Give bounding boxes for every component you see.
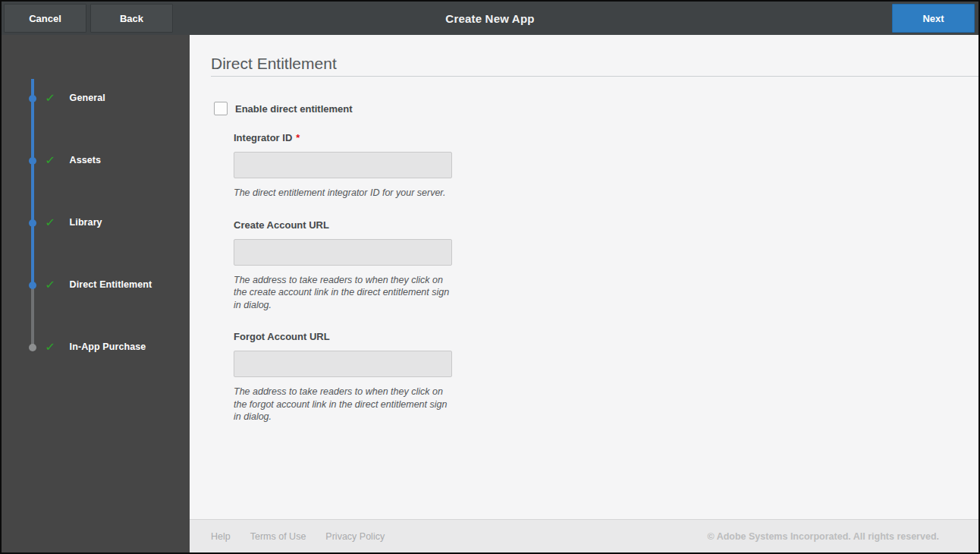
step-dot-direct-entitlement <box>29 282 36 289</box>
wizard-stepper-sidebar: ✓ General ✓ Assets ✓ Library ✓ Direct En… <box>2 35 190 552</box>
check-icon: ✓ <box>45 155 55 165</box>
field-label: Create Account URL <box>234 219 978 231</box>
cancel-button[interactable]: Cancel <box>4 4 86 33</box>
step-dot-general <box>29 95 36 102</box>
form-fields: Integrator ID* The direct entitlement in… <box>234 132 978 423</box>
stepper-rail-completed <box>31 79 34 285</box>
integrator-id-field: Integrator ID* The direct entitlement in… <box>234 132 978 200</box>
checkbox-label: Enable direct entitlement <box>235 103 353 115</box>
sidebar-step-assets[interactable]: ✓ Assets <box>46 155 101 165</box>
step-dot-library <box>29 219 36 227</box>
field-label-text: Forgot Account URL <box>234 331 330 342</box>
step-label: Direct Entitlement <box>70 279 152 290</box>
help-link[interactable]: Help <box>211 531 231 542</box>
check-icon: ✓ <box>45 279 55 290</box>
step-label: In-App Purchase <box>70 342 146 352</box>
integrator-id-input[interactable] <box>234 152 452 178</box>
stepper-rail-pending <box>31 285 34 348</box>
footer: Help Terms of Use Privacy Policy © Adobe… <box>190 519 978 552</box>
enable-direct-entitlement-checkbox[interactable] <box>214 102 228 115</box>
window-body: ✓ General ✓ Assets ✓ Library ✓ Direct En… <box>2 35 978 552</box>
step-dot-assets <box>29 157 36 165</box>
field-helper-text: The direct entitlement integrator ID for… <box>234 187 457 200</box>
next-button[interactable]: Next <box>892 4 975 33</box>
field-label: Integrator ID* <box>234 132 978 144</box>
forgot-account-url-input[interactable] <box>234 351 452 377</box>
check-icon: ✓ <box>45 217 55 228</box>
heading-divider <box>211 76 978 77</box>
back-button[interactable]: Back <box>90 4 173 33</box>
privacy-policy-link[interactable]: Privacy Policy <box>325 531 385 542</box>
field-helper-text: The address to take readers to when they… <box>234 274 457 312</box>
field-label: Forgot Account URL <box>234 331 978 343</box>
step-dot-in-app-purchase <box>29 344 36 351</box>
field-label-text: Create Account URL <box>234 219 329 231</box>
forgot-account-url-field: Forgot Account URL The address to take r… <box>234 331 978 423</box>
create-new-app-window: Cancel Back Create New App Next ✓ Genera… <box>0 0 980 554</box>
step-label: General <box>70 93 105 103</box>
sidebar-step-direct-entitlement[interactable]: ✓ Direct Entitlement <box>46 279 152 290</box>
top-bar: Cancel Back Create New App Next <box>2 2 978 35</box>
field-label-text: Integrator ID <box>234 132 292 143</box>
step-label: Assets <box>70 155 102 165</box>
enable-direct-entitlement-row: Enable direct entitlement <box>214 102 978 115</box>
main-panel: Direct Entitlement Enable direct entitle… <box>190 35 978 552</box>
copyright-text: © Adobe Systems Incorporated. All rights… <box>707 531 939 542</box>
field-helper-text: The address to take readers to when they… <box>234 386 457 423</box>
sidebar-step-in-app-purchase[interactable]: ✓ In-App Purchase <box>46 342 146 352</box>
create-account-url-input[interactable] <box>234 239 452 266</box>
page-title: Direct Entitlement <box>211 54 978 74</box>
terms-of-use-link[interactable]: Terms of Use <box>250 531 306 542</box>
step-label: Library <box>70 217 102 228</box>
required-asterisk: * <box>296 132 300 143</box>
create-account-url-field: Create Account URL The address to take r… <box>234 219 978 312</box>
check-icon: ✓ <box>45 342 55 352</box>
direct-entitlement-form: Direct Entitlement Enable direct entitle… <box>190 35 978 519</box>
sidebar-step-library[interactable]: ✓ Library <box>46 217 102 228</box>
check-icon: ✓ <box>45 93 55 103</box>
sidebar-step-general[interactable]: ✓ General <box>46 93 105 103</box>
